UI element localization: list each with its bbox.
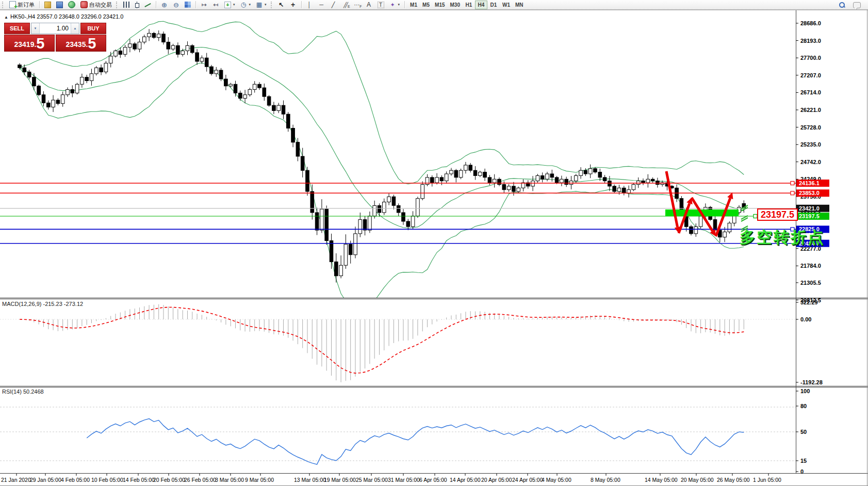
svg-text:19 Mar 05:00: 19 Mar 05:00	[324, 477, 356, 483]
candlestick-button[interactable]	[133, 1, 141, 9]
timeframe-d1[interactable]: D1	[487, 1, 500, 9]
svg-text:1 Jun 05:00: 1 Jun 05:00	[753, 477, 781, 483]
signals-button[interactable]	[66, 1, 77, 9]
crosshair-tool-button[interactable]	[288, 1, 299, 9]
timeframe-mn[interactable]: MN	[513, 1, 526, 9]
svg-text:100: 100	[800, 388, 810, 394]
svg-text:80: 80	[800, 403, 807, 409]
arrows-tool-button[interactable]: ▾	[387, 1, 402, 9]
new-order-button[interactable]: 新订单	[7, 1, 37, 9]
auto-scroll-button[interactable]	[199, 1, 209, 9]
crosshair-icon	[290, 2, 297, 8]
sell-price-display[interactable]: 23419.5	[4, 35, 55, 52]
svg-text:20 Apr 05:00: 20 Apr 05:00	[481, 477, 512, 483]
svg-text:26714.0: 26714.0	[800, 89, 821, 95]
timeframe-h4[interactable]: H4	[475, 1, 487, 9]
indicators-icon	[224, 2, 231, 8]
fibonacci-tool-button[interactable]	[352, 1, 363, 9]
search-button[interactable]	[837, 1, 847, 9]
timeframe-m1[interactable]: M1	[407, 1, 420, 9]
text-icon	[366, 2, 372, 8]
timeframe-m15[interactable]: M15	[432, 1, 447, 9]
volume-up-button[interactable]: ▲	[71, 23, 79, 34]
svg-text:20 May 05:00: 20 May 05:00	[681, 477, 714, 483]
bar-chart-icon	[123, 2, 129, 8]
timeframe-m5[interactable]: M5	[420, 1, 432, 9]
chinese-annotation[interactable]: 多空转折点	[740, 227, 825, 248]
zoom-out-icon	[173, 2, 179, 8]
svg-text:21305.5: 21305.5	[800, 280, 821, 286]
timeframe-w1[interactable]: W1	[500, 1, 513, 9]
svg-text:8 May 05:00: 8 May 05:00	[591, 477, 620, 483]
toolbar-separator	[156, 1, 156, 8]
cursor-tool-button[interactable]	[276, 1, 287, 9]
level-handle	[791, 182, 794, 185]
box-icon	[44, 2, 51, 8]
trendline-icon	[330, 2, 337, 8]
autotrading-label: 自动交易	[89, 1, 112, 9]
symbol-header[interactable]: ▲HK50-,H4 23557.0 23648.0 23296.0 23421.…	[4, 13, 124, 20]
sell-button[interactable]: SELL	[4, 23, 30, 34]
svg-text:9 Mar 05:00: 9 Mar 05:00	[245, 477, 274, 483]
svg-text:27700.0: 27700.0	[800, 55, 821, 61]
periods-button[interactable]: ▾	[238, 1, 253, 9]
chat-icon	[853, 2, 861, 8]
macd-indicator-label: MACD(12,26,9) -215.23 -273.12	[2, 301, 83, 307]
trendline-tool-button[interactable]	[328, 1, 339, 9]
chart-shift-button[interactable]	[210, 1, 221, 9]
zoom-out-button[interactable]	[171, 1, 182, 9]
search-icon	[839, 2, 845, 8]
svg-text:322.29: 322.29	[800, 299, 818, 305]
buy-price-display[interactable]: 23435.5	[56, 35, 106, 52]
svg-text:14 Apr 05:00: 14 Apr 05:00	[450, 477, 481, 483]
svg-text:23197.5: 23197.5	[799, 213, 820, 219]
vertical-line-tool-button[interactable]	[304, 1, 315, 9]
indicators-button[interactable]: ▾	[222, 1, 237, 9]
text-tool-button[interactable]	[364, 1, 374, 9]
price-level-flag[interactable]: 23197.5	[757, 208, 798, 221]
svg-text:20 Feb 05:00: 20 Feb 05:00	[153, 477, 185, 483]
auto-scroll-icon	[201, 2, 207, 8]
profiles-button[interactable]	[54, 1, 65, 9]
mt4-window: 新订单 自动交易 ▾ ▾ ▾ ▾	[0, 0, 868, 486]
svg-text:0.00: 0.00	[800, 316, 811, 322]
svg-text:14 Feb 05:00: 14 Feb 05:00	[123, 477, 155, 483]
timeframe-h1[interactable]: H1	[463, 1, 475, 9]
templates-button[interactable]: ▾	[254, 1, 269, 9]
channel-tool-button[interactable]	[340, 1, 351, 9]
svg-text:21 Jan 2020: 21 Jan 2020	[1, 477, 31, 483]
text-label-icon	[378, 2, 384, 8]
market-watch-button[interactable]	[42, 1, 53, 9]
symbol-ohlc-text: HK50-,H4 23557.0 23648.0 23296.0 23421.0	[10, 13, 124, 20]
buy-price-big-digit: 5	[88, 37, 96, 51]
charts-icon	[56, 2, 63, 8]
svg-text:24 Apr 05:00: 24 Apr 05:00	[512, 477, 543, 483]
svg-text:3 Mar 05:00: 3 Mar 05:00	[215, 477, 244, 483]
chart-canvas[interactable]: 28686.028193.027700.027207.026714.026221…	[0, 0, 868, 486]
arrows-icon	[389, 2, 396, 8]
text-label-tool-button[interactable]	[375, 1, 386, 9]
buy-button[interactable]: BUY	[80, 23, 106, 34]
svg-text:26 Feb 05:00: 26 Feb 05:00	[184, 477, 216, 483]
zoom-in-button[interactable]	[159, 1, 170, 9]
tile-windows-button[interactable]	[183, 1, 193, 9]
autotrading-button[interactable]: 自动交易	[78, 1, 114, 9]
new-order-icon	[9, 1, 16, 8]
cursor-icon	[278, 2, 285, 8]
bar-chart-button[interactable]	[121, 1, 132, 9]
svg-text:0: 0	[800, 468, 804, 475]
collapse-arrow-icon[interactable]: ▲	[4, 15, 8, 20]
signals-icon	[68, 1, 75, 8]
svg-text:23421.0: 23421.0	[799, 205, 820, 212]
volume-down-button[interactable]: ▼	[31, 23, 40, 34]
chart-shift-icon	[212, 2, 219, 8]
timeframe-m30[interactable]: M30	[448, 1, 463, 9]
sell-price-main: 23419.	[14, 38, 37, 51]
volume-input[interactable]: 1.00	[40, 23, 71, 34]
horizontal-line-tool-button[interactable]	[316, 1, 327, 9]
chat-button[interactable]	[851, 1, 863, 9]
channel-icon	[342, 2, 349, 8]
chevron-down-icon: ▾	[233, 3, 235, 7]
toolbar-grip	[2, 2, 5, 8]
line-chart-button[interactable]	[142, 1, 153, 9]
